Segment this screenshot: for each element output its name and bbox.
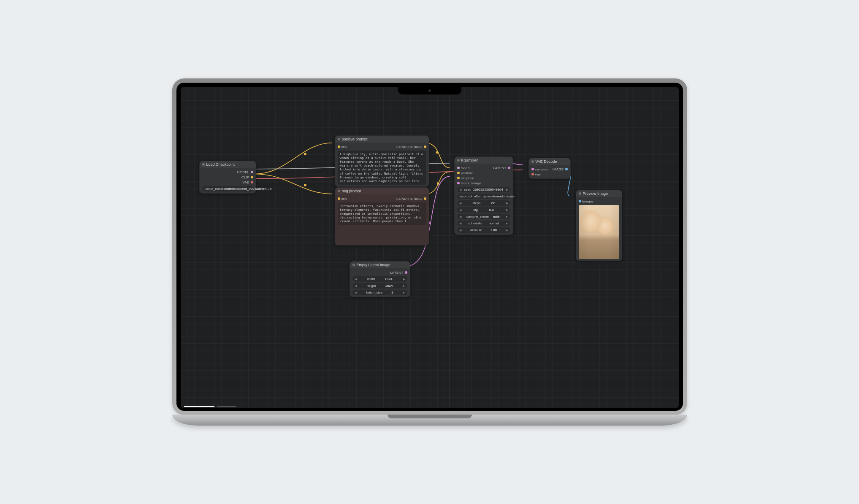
port-latent-in[interactable] bbox=[457, 182, 460, 184]
chevron-left-icon[interactable]: ◀ bbox=[458, 188, 462, 191]
node-collapse-icon[interactable] bbox=[338, 138, 340, 140]
param-sampler-name[interactable]: ◀sampler_nameeuler▶ bbox=[457, 214, 510, 219]
prompt-textarea[interactable]: Cartoonish effects, overly dramatic shad… bbox=[338, 202, 426, 225]
laptop-notch bbox=[398, 87, 461, 94]
node-positive-prompt[interactable]: positive prompt clip CONDITIONING A high… bbox=[335, 135, 429, 187]
output-label-model: MODEL bbox=[237, 170, 249, 174]
chevron-right-icon[interactable]: ▶ bbox=[505, 202, 509, 205]
chevron-left-icon[interactable]: ◀ bbox=[458, 195, 462, 198]
param-seed[interactable]: ◀seed1092325509549864▶ bbox=[457, 187, 510, 192]
param-denoise[interactable]: ◀denoise1.00▶ bbox=[457, 227, 510, 233]
node-collapse-icon[interactable] bbox=[531, 160, 534, 163]
chevron-right-icon[interactable]: ▶ bbox=[512, 195, 515, 198]
param-ckpt-name[interactable]: ◀ ckpt_name centerfoldBlend_v20.safeten.… bbox=[202, 186, 253, 191]
chevron-right-icon[interactable]: ▶ bbox=[505, 222, 509, 225]
param-width[interactable]: ◀width1024▶ bbox=[352, 276, 407, 282]
chevron-left-icon[interactable]: ◀ bbox=[458, 208, 462, 212]
chevron-right-icon[interactable]: ▶ bbox=[402, 291, 406, 294]
port-clip-out[interactable] bbox=[251, 176, 253, 178]
preview-thumbnail[interactable] bbox=[579, 205, 619, 259]
chevron-left-icon[interactable]: ◀ bbox=[458, 229, 462, 232]
param-steps[interactable]: ◀steps22▶ bbox=[457, 200, 510, 206]
port-clip-in[interactable] bbox=[338, 197, 340, 200]
param-scheduler[interactable]: ◀schedulernormal▶ bbox=[457, 221, 510, 226]
output-label-conditioning: CONDITIONING bbox=[396, 197, 423, 201]
port-latent-out[interactable] bbox=[405, 271, 407, 274]
param-value: centerfoldBlend_v20.safeten... bbox=[224, 187, 269, 191]
node-title-text: Preview Image bbox=[583, 191, 608, 196]
param-height[interactable]: ◀height1024▶ bbox=[352, 283, 407, 288]
param-cfg[interactable]: ◀cfg8.0▶ bbox=[457, 207, 510, 213]
output-label-conditioning: CONDITIONING bbox=[396, 145, 423, 149]
port-model-in[interactable] bbox=[457, 167, 460, 169]
output-label-vae: VAE bbox=[242, 181, 249, 184]
chevron-left-icon[interactable]: ◀ bbox=[354, 284, 358, 288]
progress-segment bbox=[184, 406, 214, 407]
param-key: ckpt_name bbox=[207, 187, 224, 191]
port-clip-in[interactable] bbox=[338, 146, 340, 148]
node-title-text: Empty Latent Image bbox=[357, 263, 391, 267]
node-title-text: KSampler bbox=[461, 158, 478, 162]
chevron-left-icon[interactable]: ◀ bbox=[458, 202, 462, 205]
node-negative-prompt[interactable]: neg prompt clip CONDITIONING Cartoonish … bbox=[335, 187, 429, 245]
node-title-text: VAE Decode bbox=[536, 159, 557, 164]
chevron-right-icon[interactable]: ▶ bbox=[505, 229, 509, 232]
node-title[interactable]: positive prompt bbox=[335, 136, 429, 143]
node-title[interactable]: Preview Image bbox=[576, 190, 622, 197]
node-title[interactable]: Empty Latent Image bbox=[350, 261, 410, 268]
laptop-bezel: Load Checkpoint MODEL CLIP VAE ◀ ckpt_na… bbox=[172, 78, 687, 415]
node-editor-canvas[interactable]: Load Checkpoint MODEL CLIP VAE ◀ ckpt_na… bbox=[181, 87, 679, 408]
node-title[interactable]: KSampler bbox=[455, 157, 513, 164]
input-label-clip: clip bbox=[341, 197, 347, 201]
port-latent-out[interactable] bbox=[508, 167, 510, 169]
input-label-clip: clip bbox=[341, 145, 347, 149]
chevron-left-icon[interactable]: ◀ bbox=[458, 215, 462, 218]
node-title-text: positive prompt bbox=[342, 137, 368, 141]
port-samples-in[interactable] bbox=[531, 168, 534, 170]
port-conditioning-out[interactable] bbox=[424, 146, 426, 148]
node-title[interactable]: VAE Decode bbox=[529, 158, 570, 165]
node-title-text: Load Checkpoint bbox=[206, 162, 235, 167]
node-ksampler[interactable]: KSampler modelLATENT positive negative l… bbox=[454, 156, 513, 235]
node-collapse-icon[interactable] bbox=[457, 159, 460, 162]
chevron-right-icon[interactable]: ▶ bbox=[505, 188, 509, 191]
chevron-right-icon[interactable]: ▶ bbox=[505, 208, 509, 212]
chevron-left-icon[interactable]: ◀ bbox=[203, 187, 207, 191]
node-collapse-icon[interactable] bbox=[579, 192, 581, 195]
chevron-right-icon[interactable]: ▶ bbox=[269, 187, 273, 191]
chevron-left-icon[interactable]: ◀ bbox=[458, 222, 462, 225]
port-vae-out[interactable] bbox=[251, 181, 253, 183]
port-positive-in[interactable] bbox=[457, 172, 460, 174]
node-vae-decode[interactable]: VAE Decode samplesIMAGE vae bbox=[528, 158, 571, 179]
node-collapse-icon[interactable] bbox=[352, 264, 355, 266]
node-preview-image[interactable]: Preview Image images bbox=[576, 190, 622, 261]
node-load-checkpoint[interactable]: Load Checkpoint MODEL CLIP VAE ◀ ckpt_na… bbox=[199, 161, 256, 194]
chevron-right-icon[interactable]: ▶ bbox=[505, 215, 509, 218]
chevron-right-icon[interactable]: ▶ bbox=[402, 284, 406, 288]
node-title[interactable]: neg prompt bbox=[335, 188, 429, 194]
port-model-out[interactable] bbox=[251, 171, 253, 173]
chevron-left-icon[interactable]: ◀ bbox=[354, 291, 358, 294]
prompt-textarea[interactable]: A high-quality, ultra-realistic portrait… bbox=[338, 151, 426, 185]
param-control-after-generate[interactable]: ◀control_after_generaterandomize▶ bbox=[457, 194, 510, 199]
canvas-guideline bbox=[450, 87, 450, 408]
port-vae-in[interactable] bbox=[531, 173, 534, 175]
progress-segment-dim bbox=[217, 406, 236, 407]
node-empty-latent[interactable]: Empty Latent Image LATENT ◀width1024▶ ◀h… bbox=[350, 261, 410, 297]
param-batch-size[interactable]: ◀batch_size1▶ bbox=[352, 290, 407, 295]
laptop-mockup: Load Checkpoint MODEL CLIP VAE ◀ ckpt_na… bbox=[172, 78, 687, 426]
laptop-base bbox=[172, 415, 687, 426]
node-collapse-icon[interactable] bbox=[202, 163, 205, 166]
output-label-latent: LATENT bbox=[390, 271, 403, 275]
node-collapse-icon[interactable] bbox=[338, 190, 340, 192]
node-title[interactable]: Load Checkpoint bbox=[200, 161, 256, 168]
status-bar bbox=[181, 404, 679, 408]
port-image-out[interactable] bbox=[565, 168, 568, 170]
chevron-left-icon[interactable]: ◀ bbox=[354, 278, 358, 281]
port-conditioning-out[interactable] bbox=[424, 197, 426, 200]
input-label-images: images bbox=[583, 199, 594, 203]
port-negative-in[interactable] bbox=[457, 177, 460, 179]
chevron-right-icon[interactable]: ▶ bbox=[402, 278, 406, 281]
port-images-in[interactable] bbox=[579, 200, 581, 202]
node-title-text: neg prompt bbox=[342, 189, 361, 193]
